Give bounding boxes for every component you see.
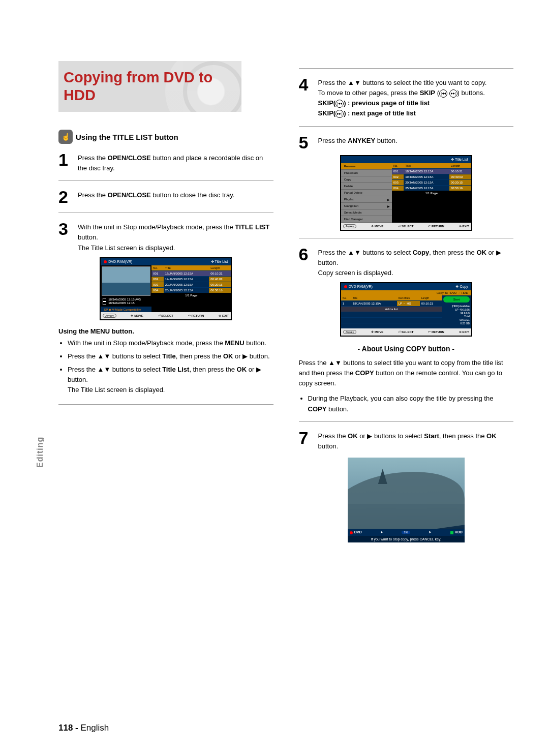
cell: 20/JAN/2005 12:15A bbox=[404, 179, 449, 185]
text: Press the bbox=[78, 191, 108, 199]
cell: 004 bbox=[392, 185, 404, 191]
text: , then press the bbox=[189, 366, 236, 373]
menu-item[interactable]: Navigation▶ bbox=[341, 203, 392, 209]
text: Press the bbox=[318, 137, 348, 144]
footer-bar: Anykey ✥ MOVE ⏎ SELECT ↶ RETURN ⊗ EXIT bbox=[341, 223, 471, 230]
skip-next-icon: ▸▸| bbox=[336, 110, 344, 118]
text: Press the bbox=[78, 154, 108, 162]
menu-bullet: Press the ▲▼ buttons to select Title Lis… bbox=[68, 365, 273, 395]
bold: OPEN/CLOSE bbox=[108, 191, 151, 199]
bold: OPEN/CLOSE bbox=[108, 154, 151, 162]
step-num: 7 bbox=[299, 429, 313, 446]
text: button. bbox=[326, 405, 348, 413]
text: ) buttons. bbox=[458, 89, 485, 97]
cell: 25/JAN/2005 12:15A bbox=[404, 185, 449, 191]
section-heading: ☝ Using the TITLE LIST button bbox=[58, 130, 273, 144]
thumbnail bbox=[102, 266, 150, 296]
col-rec: Rec.Mode bbox=[397, 295, 420, 301]
select-hint: SELECT bbox=[402, 330, 414, 334]
menu-item[interactable]: Playlist▶ bbox=[341, 196, 392, 203]
menu-item[interactable]: Rename bbox=[341, 163, 392, 170]
text: The Title List screen is displayed. bbox=[78, 244, 175, 252]
title-table: No.TitleLength 00118/JAN/2005 12:15A00:1… bbox=[151, 265, 231, 293]
disc-label: DVD-RAM(VR) bbox=[108, 260, 132, 263]
progress-shot: DVD ➤ 1% ➤ HDD If you want to stop copy,… bbox=[348, 458, 465, 542]
step-num: 2 bbox=[58, 188, 73, 205]
about-paragraph: Press the ▲▼ buttons to select title you… bbox=[299, 358, 514, 388]
anykey-pill: Anykey bbox=[343, 224, 356, 228]
col-title: Title bbox=[404, 163, 449, 169]
menu-item[interactable]: Copy bbox=[341, 176, 392, 183]
move-hint: MOVE bbox=[375, 225, 384, 228]
menu-item[interactable]: Delete bbox=[341, 183, 392, 190]
return-hint: RETURN bbox=[432, 330, 444, 334]
col-no: No. bbox=[341, 295, 351, 301]
menu-item[interactable]: Partial Delete bbox=[341, 190, 392, 196]
percent-badge: 1% bbox=[402, 531, 410, 534]
bold: SKIP( bbox=[318, 109, 336, 117]
col-no: No. bbox=[151, 265, 163, 271]
footer-bar: Anykey ✥ MOVE ⏎ SELECT ↶ RETURN ⊗ EXIT bbox=[341, 328, 471, 336]
meta: 18/JAN/2005 12:15 bbox=[108, 301, 134, 306]
select-hint: SELECT bbox=[402, 225, 414, 228]
cell: 00:20:15 bbox=[449, 179, 471, 185]
divider bbox=[58, 404, 273, 405]
cancel-hint: If you want to stop copy, press CANCEL k… bbox=[348, 536, 465, 542]
text: Copy screen is displayed. bbox=[318, 269, 393, 277]
step-3: 3 With the unit in Stop mode/Playback mo… bbox=[58, 220, 273, 253]
select-hint: SELECT bbox=[161, 314, 173, 317]
cell: 1 bbox=[341, 300, 351, 306]
text: Total bbox=[464, 315, 470, 318]
copy-table: No. Title Rec.Mode Length 1 18/JAN/2005 … bbox=[341, 295, 442, 328]
menu-item[interactable]: Protection bbox=[341, 170, 392, 176]
text: Playlist bbox=[344, 198, 354, 201]
col-len: Length bbox=[420, 295, 442, 301]
src-label: DVD bbox=[354, 530, 362, 534]
text: Press the bbox=[318, 432, 348, 440]
text: Press the ▲▼ buttons to select the title… bbox=[318, 79, 487, 86]
col-no: No. bbox=[392, 163, 404, 169]
text: button to close the disc tray. bbox=[151, 191, 235, 199]
meta: 18/JAN/2005 12:15 AV3 bbox=[108, 298, 141, 302]
cell: 18/JAN/2005 12:15A bbox=[351, 300, 397, 306]
about-bullets: During the Playback, you can also copy t… bbox=[299, 394, 514, 414]
screen-title: Copy bbox=[460, 285, 468, 288]
bold: OK bbox=[476, 249, 486, 256]
cell: 18/JAN/2005 12:15A bbox=[404, 168, 449, 174]
step-num: 6 bbox=[299, 246, 313, 263]
cell: LP → HS bbox=[397, 300, 420, 306]
section-heading-text: Using the TITLE LIST button bbox=[76, 133, 178, 141]
menu-item[interactable]: Disc Manager bbox=[341, 216, 392, 223]
step-5: 5 Press the ANYKEY button. bbox=[299, 134, 514, 151]
text: 40:16:56 bbox=[460, 308, 469, 311]
cell: 00:20:15 bbox=[209, 282, 231, 287]
step-2: 2 Press the OPEN/CLOSE button to close t… bbox=[58, 188, 273, 205]
bold: COPY bbox=[308, 405, 327, 413]
bold: SKIP( bbox=[318, 99, 336, 107]
col-length: Length bbox=[209, 265, 231, 271]
text: button. bbox=[245, 339, 266, 347]
start-button[interactable]: Start bbox=[443, 296, 470, 303]
col-length: Length bbox=[449, 163, 471, 169]
menu-item[interactable]: Select Media bbox=[341, 209, 392, 216]
step-num: 1 bbox=[58, 151, 73, 168]
cell: 00:10:21 bbox=[420, 300, 442, 306]
section-tab: Editing bbox=[36, 437, 45, 468]
add-a-list[interactable]: Add a list bbox=[341, 306, 442, 312]
copy-screen: DVD-RAM(VR) ❖ Copy Copy To : DVD → HDD N… bbox=[340, 282, 472, 337]
text: Press the ▲▼ buttons to select bbox=[318, 249, 413, 256]
anykey-pill: Anykey bbox=[343, 330, 356, 334]
step-body: Press the OPEN/CLOSE button and place a … bbox=[78, 151, 273, 173]
page-indicator: 1/1 Page bbox=[151, 293, 231, 298]
divider bbox=[58, 213, 273, 213]
chevron-right-icon: ▶ bbox=[387, 204, 390, 208]
step-num: 5 bbox=[299, 134, 313, 151]
step-1: 1 Press the OPEN/CLOSE button and place … bbox=[58, 151, 273, 173]
cell: 19/JAN/2005 12:15A bbox=[164, 276, 209, 282]
anykey-menu-screen: ❖ Title List Rename Protection Copy Dele… bbox=[340, 155, 472, 231]
bold: OK bbox=[348, 432, 358, 440]
menu-bullet: Press the ▲▼ buttons to select Title, th… bbox=[68, 351, 273, 361]
text: , then press the bbox=[429, 249, 476, 256]
cell: 003 bbox=[392, 179, 404, 185]
chevron-right-icon: ▶ bbox=[387, 198, 390, 201]
